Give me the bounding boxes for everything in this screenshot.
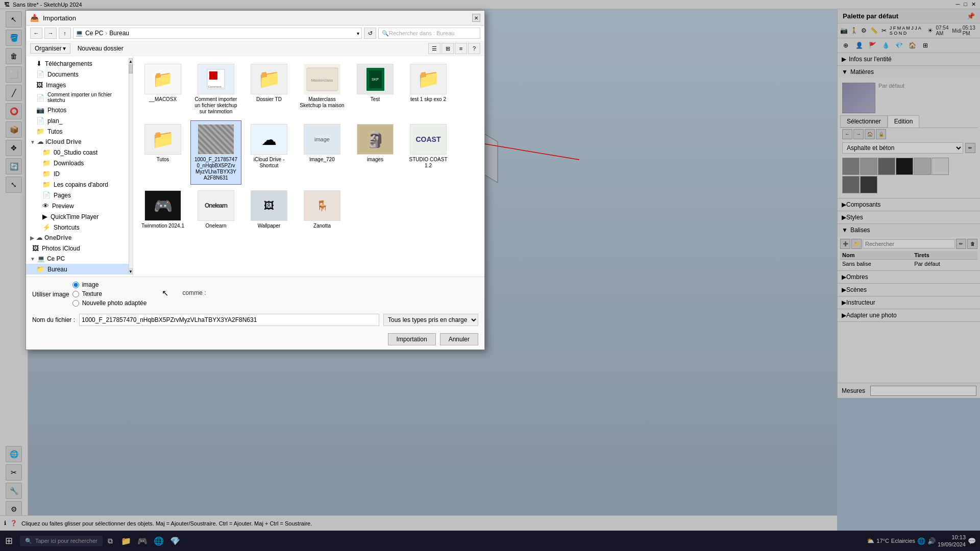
sidebar-item-preview[interactable]: 👁 Preview: [26, 201, 129, 211]
dialog-actions: Importation Annuler: [26, 329, 484, 349]
sidebar-item-id[interactable]: 📁 ID: [26, 168, 129, 179]
sidebar-item-quicktime[interactable]: ▶ QuickTime Player: [26, 211, 129, 222]
nav-refresh-btn[interactable]: ↺: [364, 28, 376, 39]
radio-nouvelle-label: Nouvelle photo adaptée: [82, 299, 147, 307]
file-image720[interactable]: image image_720: [297, 120, 348, 185]
help-icon[interactable]: ?: [468, 43, 480, 54]
studio-icon: 📁: [42, 148, 51, 156]
sidebar-item-studio[interactable]: 📁 00_Studio coast: [26, 147, 129, 158]
sidebar-item-telechargements[interactable]: ⬇ Téléchargements: [26, 58, 129, 69]
sidebar-item-comment[interactable]: 📄 Comment importer un fichier sketchu: [26, 90, 129, 105]
sidebar-item-plan[interactable]: 📄 plan_: [26, 115, 129, 126]
icloud-drive-header[interactable]: ▼ ☁ iCloud Drive: [26, 137, 129, 147]
radio-image-label: image: [82, 281, 99, 288]
file-comment-importer[interactable]: Comment... Comment importer un fichier s…: [190, 60, 241, 118]
file-zanotta-thumb: 🪑: [304, 190, 340, 221]
nav-forward-btn[interactable]: →: [44, 28, 57, 39]
radio-texture[interactable]: [72, 291, 79, 297]
nouveau-dossier-btn[interactable]: Nouveau dossier: [74, 44, 128, 53]
file-images[interactable]: 🗿 images: [350, 120, 401, 185]
nav-search[interactable]: 🔍 Rechercher dans : Bureau: [378, 28, 480, 39]
bureau-icon: 📁: [36, 265, 44, 273]
file-tutos[interactable]: 📁 Tutos: [137, 120, 188, 185]
view-details-icon[interactable]: ≡: [455, 43, 467, 54]
sidebar-item-downloads[interactable]: 📁 Downloads: [26, 158, 129, 168]
filename-row: Nom du fichier : Tous les types pris en …: [26, 311, 484, 329]
sidebar-item-bureau[interactable]: 📁 Bureau: [26, 264, 129, 274]
sidebar-item-photos-icloud[interactable]: 🖼 Photos iCloud: [26, 243, 129, 254]
sidebar-item-documents[interactable]: 📄 Documents: [26, 69, 129, 80]
view-list-icon[interactable]: ☰: [428, 43, 440, 54]
preview-label: Preview: [52, 203, 74, 210]
pages-label: Pages: [54, 192, 71, 199]
nav-back-btn[interactable]: ←: [30, 28, 42, 39]
file-wallpaper[interactable]: 🖼 Wallpaper: [243, 187, 295, 233]
radio-image[interactable]: [72, 282, 79, 288]
import-btn[interactable]: Importation: [388, 333, 436, 345]
file-masterclass[interactable]: Masterclass Masterclass Sketchup la mais…: [297, 60, 348, 118]
file-zanotta-name: Zanotta: [313, 223, 331, 229]
sidebar-item-pages[interactable]: 📄 Pages: [26, 190, 129, 201]
cepc-header[interactable]: ▼ 💻 Ce PC: [26, 254, 129, 264]
radio-image-item: image: [72, 281, 147, 288]
sidebar-item-tutos[interactable]: 📁 Tutos: [26, 126, 129, 137]
cancel-btn[interactable]: Annuler: [440, 333, 478, 345]
filename-label: Nom du fichier :: [32, 316, 75, 323]
use-as-label: Utiliser image: [32, 291, 69, 298]
tutos-icon: 📁: [36, 128, 44, 135]
filename-input[interactable]: [79, 314, 379, 326]
file-test1[interactable]: 📁 test 1 skp exo 2: [403, 60, 454, 118]
file-test[interactable]: SKP Test: [350, 60, 401, 118]
file-tutos-name: Tutos: [157, 157, 169, 163]
file-dossier-thumb: 📁: [251, 64, 287, 94]
file-masterclass-thumb: Masterclass: [304, 64, 340, 94]
file-zanotta[interactable]: 🪑 Zanotta: [297, 187, 348, 233]
organiser-label: Organiser: [35, 45, 62, 52]
copains-icon: 📁: [42, 181, 51, 188]
photos-icloud-icon: 🖼: [32, 244, 39, 252]
file-tutos-thumb: 📁: [144, 124, 181, 155]
sidebar-item-images[interactable]: 🖼 Images: [26, 80, 129, 90]
file-macosx[interactable]: 📁 __MACOSX: [137, 60, 188, 118]
cepc-label: Ce PC: [47, 255, 65, 262]
sidebar-scrollbar[interactable]: ▲ ▼: [129, 58, 133, 274]
tutos-label: Tutos: [47, 128, 63, 135]
cursor-position: ↖: [162, 288, 172, 298]
telechargements-label: Téléchargements: [45, 60, 92, 67]
radio-nouvelle-item: Nouvelle photo adaptée: [72, 299, 147, 307]
file-image720-thumb: image: [304, 124, 340, 155]
onedrive-arrow: ▶: [30, 235, 34, 241]
file-studio-coast[interactable]: COAST STUDIO COAST 1.2: [403, 120, 454, 185]
nav-up-btn[interactable]: ↑: [59, 28, 71, 39]
radio-nouvelle[interactable]: [72, 300, 79, 307]
sidebar-item-photos[interactable]: 📷 Photos: [26, 105, 129, 115]
file-twinmotion-name: Twinmotion 2024.1: [141, 223, 184, 229]
view-grid-icon[interactable]: ⊞: [442, 43, 454, 54]
file-onelearn[interactable]: Onelearn Onelearn: [190, 187, 241, 233]
pages-icon: 📄: [42, 191, 51, 199]
sidebar-item-copains[interactable]: 📁 Les copains d'abord: [26, 179, 129, 190]
file-twinmotion[interactable]: 🎮 Twinmotion 2024.1: [137, 187, 188, 233]
breadcrumb-dropdown[interactable]: ▾: [357, 31, 359, 36]
studio-label: 00_Studio coast: [54, 149, 97, 156]
plan-label: plan_: [47, 117, 62, 124]
icloud-icon: ☁: [37, 138, 43, 145]
file-wallpaper-name: Wallpaper: [258, 223, 281, 229]
dialog-close-btn[interactable]: ✕: [472, 14, 480, 22]
onedrive-header[interactable]: ▶ ☁ OneDrive: [26, 233, 129, 243]
bureau-label: Bureau: [47, 266, 67, 273]
scroll-up-btn[interactable]: ▲: [129, 58, 133, 64]
preview-icon: 👁: [42, 202, 49, 210]
filetype-select[interactable]: Tous les types pris en charge: [383, 314, 478, 326]
file-studio-name: STUDIO COAST 1.2: [405, 157, 451, 169]
scroll-down-btn[interactable]: ▼: [129, 268, 133, 274]
file-icloud-shortcut[interactable]: ☁ iCloud Drive - Shortcut: [243, 120, 295, 185]
images-icon: 🖼: [36, 81, 43, 89]
quicktime-icon: ▶: [42, 213, 47, 220]
file-texture[interactable]: 1000_F_21785747 0_nHqbBX5PZrv MyzVLhaTBY…: [190, 120, 241, 185]
file-comment-name: Comment importer un fichier sketchup sur…: [193, 96, 239, 115]
sidebar-item-shortcuts[interactable]: ⚡ Shortcuts: [26, 222, 129, 233]
file-grid[interactable]: 📁 __MACOSX Comment... Comment importer u…: [133, 56, 484, 277]
organiser-btn[interactable]: Organiser ▾: [30, 43, 70, 54]
file-dossier-td[interactable]: 📁 Dossier TD: [243, 60, 295, 118]
